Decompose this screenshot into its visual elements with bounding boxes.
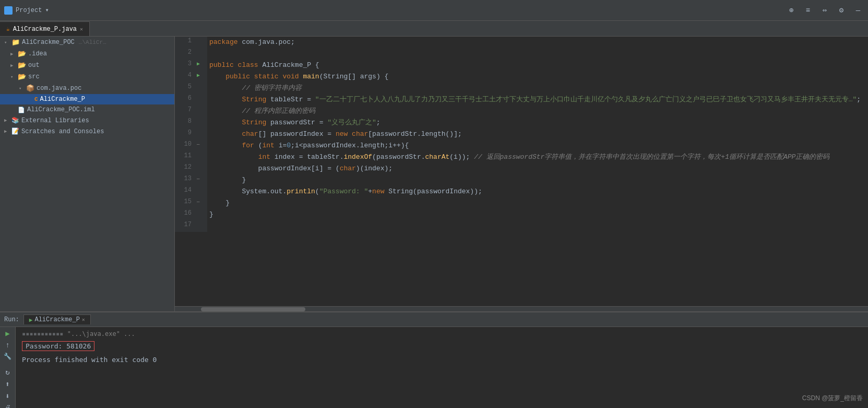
main-content: ▾ 📁 AliCrackme_POC …\AliCr… ▶ 📂 .idea ▶ … [0,37,868,311]
close-icon[interactable]: — [852,5,864,16]
run-left-toolbar: ▶ ↑ 🔧 ↻ ⬆ ⬇ 🖨 [0,327,16,408]
line-num-1: 1 [175,37,197,48]
line-num-6: 6 [175,94,197,106]
settings-icon[interactable]: ⚙ [836,5,847,16]
fold-icon-13: — [197,177,199,182]
line-num-17: 17 [175,220,197,232]
table-row: 4 ▶ public static void main(String[] arg… [175,71,868,83]
run-tab-close-btn[interactable]: ✕ [82,317,85,323]
run-play-btn[interactable]: ▶ [2,329,14,338]
toolbar-project-label: Project [16,7,42,14]
new-icon[interactable]: ⊕ [786,5,797,16]
sidebar-item-extlibs[interactable]: ▶ 📚 External Libraries [0,115,174,126]
sync-icon[interactable]: ≡ [802,5,814,16]
code-line-8: String passwordStr = "义弓么丸广之"; [207,117,868,129]
run-tab-label: AliCrackme_P [34,316,79,323]
run-up-btn[interactable]: ↑ [2,341,14,349]
sidebar-item-root[interactable]: ▾ 📁 AliCrackme_POC …\AliCr… [0,37,174,48]
sidebar-out-label: out [28,62,40,69]
toolbar-icons: ⊕ ≡ ⇔ ⚙ — [786,5,864,16]
sidebar-item-src[interactable]: ▾ 📂 src [0,71,174,83]
sidebar-item-iml[interactable]: 📄 AliCrackme_POC.iml [0,104,174,115]
fold-icon-10[interactable]: — [197,142,199,147]
run-align-down-btn[interactable]: ⬇ [2,392,14,401]
table-row: 1 package com.java.poc; [175,37,868,48]
toolbar-chevron[interactable]: ▾ [45,6,49,14]
table-row: 3 ▶ public class AliCrackme_P { [175,60,868,71]
expand-icon[interactable]: ⇔ [819,5,830,16]
code-line-7: // 程序内部正确的密码 [207,106,868,117]
table-row: 16 } [175,209,868,220]
code-line-14: System.out.println("Password: "+new Stri… [207,186,868,197]
fold-icon-15: — [197,200,199,205]
sidebar-item-out[interactable]: ▶ 📂 out [0,60,174,71]
run-align-up-btn[interactable]: ⬆ [2,380,14,389]
gutter-10: — [197,140,207,151]
java-file-icon: ☕ [6,26,10,32]
sidebar-item-scratches[interactable]: ▶ 📝 Scratches and Consoles [0,126,174,137]
line-num-12: 12 [175,163,197,174]
scrollbar-thumb[interactable] [201,307,305,311]
code-line-6: String tableStr = "一乙二十丁厂七卜人入八九几儿了力乃刀又三干… [207,94,868,106]
run-rerun-btn[interactable]: ↻ [2,368,14,377]
line-num-7: 7 [175,106,197,117]
code-line-15: } [207,197,868,209]
exit-output: Process finished with exit code 0 [22,356,862,364]
table-row: 11 int index = tableStr.indexOf(password… [175,151,868,163]
code-line-12: passwordIndex[i] = (char)(index); [207,163,868,174]
sidebar-pkg-label: com.java.poc [37,85,81,92]
watermark: CSDN @菠萝_橙留香 [802,394,863,403]
gutter-12 [197,163,207,174]
tab-alicrackme[interactable]: ☕ AliCrackme_P.java ✕ [0,21,90,36]
code-line-10: for (int i=0;i<passwordIndex.length;i++)… [207,140,868,151]
tab-close-btn[interactable]: ✕ [80,26,83,32]
tab-label: AliCrackme_P.java [13,26,77,33]
code-line-5: // 密钥字符串内容 [207,83,868,94]
table-row: 10 — for (int i=0;i<passwordIndex.length… [175,140,868,151]
table-row: 6 String tableStr = "一乙二十丁厂七卜人入八九几儿了力乃刀又… [175,94,868,106]
code-line-4: public static void main(String[] args) { [207,71,868,83]
code-area[interactable]: 1 package com.java.poc; 2 3 ▶ public cla… [175,37,868,306]
tab-bar: ☕ AliCrackme_P.java ✕ [0,21,868,37]
cmd-text: "...\java.exe" ... [67,330,135,337]
top-toolbar: Project ▾ ⊕ ≡ ⇔ ⚙ — [0,0,868,21]
line-num-14: 14 [175,186,197,197]
sidebar-root-path: …\AliCr… [79,39,106,45]
toolbar-left: Project ▾ [4,6,49,15]
sidebar-item-mainfile[interactable]: C AliCrackme_P [0,94,174,104]
gutter-11 [197,151,207,163]
gutter-6 [197,94,207,106]
line-num-9: 9 [175,129,197,140]
sidebar: ▾ 📁 AliCrackme_POC …\AliCr… ▶ 📂 .idea ▶ … [0,37,175,311]
run-gutter-icon-3[interactable]: ▶ [197,61,200,67]
password-output: Password: 581026 [22,341,94,351]
gutter-4: ▶ [197,71,207,83]
code-editor: 1 package com.java.poc; 2 3 ▶ public cla… [175,37,868,311]
run-output: ▪▪▪▪▪▪▪▪▪▪▪ "...\java.exe" ... Password:… [16,327,868,408]
table-row: 14 System.out.println("Password: "+new S… [175,186,868,197]
code-scrollbar[interactable] [175,306,868,311]
line-num-4: 4 [175,71,197,83]
run-wrench-btn[interactable]: 🔧 [2,353,14,360]
sidebar-scratches-label: Scratches and Consoles [21,128,104,135]
gutter-5 [197,83,207,94]
run-gutter-icon-4[interactable]: ▶ [197,73,200,78]
table-row: 15 — } [175,197,868,209]
run-print-btn[interactable]: 🖨 [2,404,14,408]
out-folder-icon: 📂 [18,61,26,69]
table-row: 2 [175,48,868,60]
gutter-13: — [197,174,207,186]
line-num-11: 11 [175,151,197,163]
line-num-3: 3 [175,60,197,71]
run-play-icon: ▶ [29,317,33,323]
sidebar-item-pkg[interactable]: ▾ 📦 com.java.poc [0,83,174,94]
sidebar-src-label: src [28,73,40,80]
run-tab-alicrackme[interactable]: ▶ AliCrackme_P ✕ [23,314,91,324]
chevron-right-icon: ▶ [10,51,16,57]
table-row: 5 // 密钥字符串内容 [175,83,868,94]
output-cmd-line: ▪▪▪▪▪▪▪▪▪▪▪ "...\java.exe" ... [22,330,862,337]
sidebar-item-idea[interactable]: ▶ 📂 .idea [0,48,174,60]
chevron-down-icon: ▾ [4,40,9,45]
line-num-13: 13 [175,174,197,186]
sidebar-root-label: AliCrackme_POC [22,39,75,46]
